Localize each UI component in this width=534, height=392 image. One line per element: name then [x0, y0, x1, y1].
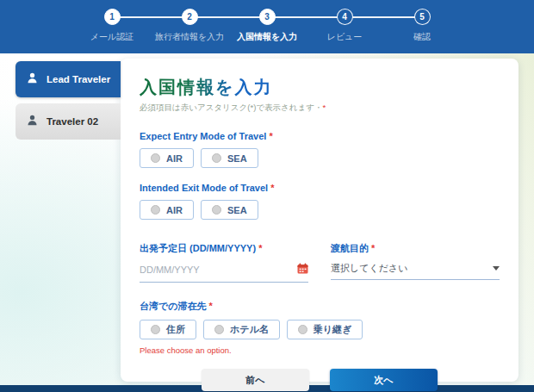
departure-date-input[interactable] [140, 264, 297, 275]
entry-mode-group: Expect Entry Mode of Travel * AIR SEA [140, 131, 500, 168]
page-body: Lead Traveler Traveler 02 入国情報を入力 必須項目は赤… [0, 53, 534, 385]
exit-mode-option-sea[interactable]: SEA [201, 200, 258, 220]
traveler-tabs: Lead Traveler Traveler 02 [16, 61, 121, 146]
stay-place-group: 台湾での滞在先 * 住所 ホテル名 乗り継ぎ P [140, 300, 500, 355]
option-label: SEA [227, 205, 247, 215]
chevron-down-icon [493, 266, 500, 271]
step-label: レビュー [327, 31, 363, 43]
exit-mode-option-air[interactable]: AIR [140, 200, 194, 220]
calendar-icon[interactable] [297, 262, 308, 277]
radio-icon [151, 205, 160, 215]
entry-info-card: 入国情報を入力 必須項目は赤いアスタリスク(*)で表示されます・* Expect… [121, 59, 518, 382]
tab-label: Traveler 02 [47, 116, 98, 127]
person-icon [26, 72, 39, 88]
exit-mode-label: Intended Exit Mode of Travel * [140, 183, 500, 193]
tab-label: Lead Traveler [47, 74, 110, 84]
radio-icon [151, 325, 160, 334]
option-label: ホテル名 [230, 323, 269, 336]
stay-option-address[interactable]: 住所 [140, 320, 196, 339]
tab-traveler-02[interactable]: Traveler 02 [16, 103, 121, 140]
stepper-step-entry-info[interactable]: 3 入国情報を入力 [228, 9, 306, 43]
entry-mode-option-air[interactable]: AIR [140, 148, 194, 168]
step-label: 旅行者情報を入力 [155, 31, 224, 43]
radio-icon [212, 205, 221, 215]
stay-option-transit[interactable]: 乗り継ぎ [287, 320, 363, 339]
radio-icon [298, 325, 307, 334]
departure-date-label: 出発予定日 (DD/MM/YYYY) * [140, 242, 308, 255]
previous-button[interactable]: 前へ [202, 369, 309, 391]
stepper: 1 メール認証 2 旅行者情報を入力 3 入国情報を入力 4 レビュー 5 [73, 0, 461, 53]
option-label: 乗り継ぎ [314, 323, 352, 336]
select-value: 選択してください [331, 262, 493, 275]
page-title: 入国情報を入力 [140, 76, 272, 99]
stepper-step-confirm[interactable]: 5 確認 [383, 9, 461, 43]
step-circle: 1 [104, 9, 121, 25]
departure-date-group: 出発予定日 (DD/MM/YYYY) * [140, 242, 308, 283]
stepper-step-mail-auth[interactable]: 1 メール認証 [73, 9, 151, 43]
step-circle: 4 [337, 9, 353, 25]
radio-icon [214, 325, 224, 334]
step-circle: 2 [182, 9, 198, 25]
next-button[interactable]: 次へ [330, 369, 438, 391]
option-label: AIR [166, 205, 183, 215]
required-note: 必須項目は赤いアスタリスク(*)で表示されます・* [140, 103, 500, 114]
entry-mode-option-sea[interactable]: SEA [201, 148, 258, 168]
header: 1 メール認証 2 旅行者情報を入力 3 入国情報を入力 4 レビュー 5 [0, 0, 534, 53]
tab-lead-traveler[interactable]: Lead Traveler [16, 61, 121, 97]
person-icon [26, 114, 39, 130]
step-label: メール認証 [90, 31, 134, 43]
validation-error: Please choose an option. [140, 345, 500, 355]
step-circle: 5 [414, 9, 431, 25]
radio-icon [212, 153, 221, 163]
travel-purpose-select[interactable]: 選択してください [331, 262, 500, 280]
page: 1 メール認証 2 旅行者情報を入力 3 入国情報を入力 4 レビュー 5 [0, 0, 534, 392]
option-label: 住所 [166, 323, 185, 336]
travel-purpose-group: 渡航目的 * 選択してください [331, 242, 500, 283]
required-asterisk: * [322, 103, 326, 112]
entry-mode-label: Expect Entry Mode of Travel * [140, 131, 500, 141]
option-label: AIR [166, 153, 183, 164]
travel-purpose-label: 渡航目的 * [331, 242, 500, 255]
step-label: 入国情報を入力 [237, 31, 297, 43]
stay-place-label: 台湾での滞在先 * [140, 300, 500, 313]
option-label: SEA [227, 153, 247, 164]
step-label: 確認 [413, 31, 431, 43]
exit-mode-group: Intended Exit Mode of Travel * AIR SEA [140, 183, 500, 220]
stay-option-hotel[interactable]: ホテル名 [203, 320, 280, 339]
stepper-step-review[interactable]: 4 レビュー [306, 9, 383, 43]
radio-icon [151, 153, 160, 163]
stepper-step-traveler-info[interactable]: 2 旅行者情報を入力 [151, 9, 228, 43]
step-circle: 3 [259, 9, 276, 25]
